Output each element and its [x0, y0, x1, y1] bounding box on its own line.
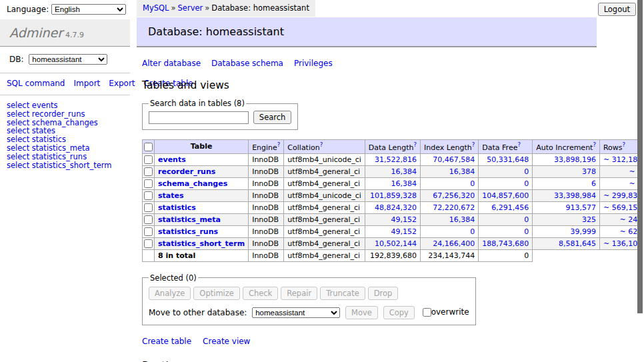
- sidebar-action-sql-command[interactable]: SQL command: [7, 79, 65, 88]
- table-link-states[interactable]: states: [158, 191, 184, 200]
- optimize-button[interactable]: Optimize: [193, 287, 240, 300]
- row-checkbox[interactable]: [144, 155, 153, 164]
- link-create-table[interactable]: Create table: [142, 337, 191, 346]
- value-cell: 31,522,816: [365, 153, 420, 165]
- help-link[interactable]: ?: [593, 141, 596, 148]
- value-link[interactable]: ~ 136,108: [603, 239, 642, 248]
- value-link[interactable]: ~ 5: [603, 167, 642, 176]
- value-link[interactable]: 31,522,816: [369, 155, 417, 164]
- sidebar-select-events[interactable]: select events: [7, 101, 130, 110]
- move-db-select[interactable]: homeassistant: [252, 307, 340, 318]
- value-link[interactable]: 8,581,645: [536, 239, 596, 248]
- help-link[interactable]: ?: [517, 141, 521, 148]
- help-link[interactable]: ?: [277, 141, 281, 148]
- value-link[interactable]: 16,384: [369, 179, 417, 188]
- table-link-recorder_runs[interactable]: recorder_runs: [158, 167, 215, 176]
- search-input[interactable]: [149, 111, 249, 124]
- value-link[interactable]: 16,384: [424, 215, 475, 224]
- repair-button[interactable]: Repair: [281, 287, 317, 300]
- value-link[interactable]: 72,220,672: [424, 203, 475, 212]
- link-privileges[interactable]: Privileges: [294, 59, 333, 68]
- value-link[interactable]: 48,824,320: [369, 203, 417, 212]
- value-link[interactable]: 16,384: [369, 167, 417, 176]
- logout-button[interactable]: Logout: [598, 3, 636, 16]
- table-link-schema_changes[interactable]: schema_changes: [158, 179, 227, 188]
- value-link[interactable]: 49,152: [369, 215, 417, 224]
- vertical-scrollbar[interactable]: [637, 0, 644, 362]
- row-checkbox[interactable]: [144, 239, 153, 248]
- value-link[interactable]: 70,467,584: [424, 155, 475, 164]
- row-checkbox[interactable]: [144, 215, 153, 224]
- sidebar-select-recorder_runs[interactable]: select recorder_runs: [7, 110, 130, 119]
- value-link[interactable]: 325: [536, 215, 596, 224]
- value-link[interactable]: 913,577: [536, 203, 596, 212]
- sidebar-select-statistics_runs[interactable]: select statistics_runs: [7, 153, 130, 161]
- value-link[interactable]: ~ 299,833: [603, 191, 642, 200]
- app-name: Adminer: [9, 25, 63, 40]
- table-link-statistics_short_term[interactable]: statistics_short_term: [158, 239, 245, 248]
- table-link-statistics_meta[interactable]: statistics_meta: [158, 215, 221, 224]
- link-create-view[interactable]: Create view: [203, 337, 250, 346]
- value-link[interactable]: 0: [482, 215, 529, 224]
- select-all-checkbox[interactable]: [144, 143, 153, 151]
- value-link[interactable]: 6,291,456: [482, 203, 529, 212]
- value-link[interactable]: 0: [482, 167, 529, 176]
- value-link[interactable]: 101,859,328: [369, 191, 417, 200]
- value-cell: 24,166,400: [421, 237, 479, 249]
- value-cell: 101,859,328: [365, 189, 420, 201]
- overwrite-checkbox[interactable]: [423, 308, 431, 317]
- breadcrumb-mysql[interactable]: MySQL: [143, 3, 169, 13]
- value-link[interactable]: 188,743,680: [482, 239, 529, 248]
- value-link[interactable]: ~ 628: [603, 227, 642, 236]
- row-checkbox[interactable]: [144, 203, 153, 212]
- sidebar-action-import[interactable]: Import: [73, 79, 100, 88]
- value-link[interactable]: 0: [482, 227, 529, 236]
- link-database-schema[interactable]: Database schema: [211, 59, 283, 68]
- value-link[interactable]: 24,166,400: [424, 239, 475, 248]
- help-link[interactable]: ?: [414, 141, 417, 148]
- help-link[interactable]: ?: [472, 141, 475, 148]
- value-link[interactable]: 10,502,144: [369, 239, 417, 248]
- value-link[interactable]: 0: [482, 179, 529, 188]
- breadcrumb-server[interactable]: Server: [178, 3, 203, 13]
- move-button[interactable]: Move: [345, 306, 378, 319]
- value-link[interactable]: 16,384: [424, 167, 475, 176]
- sidebar-select-statistics_short_term[interactable]: select statistics_short_term: [7, 161, 130, 170]
- drop-button[interactable]: Drop: [368, 287, 399, 300]
- search-button[interactable]: Search: [253, 111, 292, 124]
- db-select[interactable]: homeassistant: [29, 54, 107, 65]
- value-link[interactable]: ~ 244: [603, 215, 642, 224]
- value-link[interactable]: ~ 569,159: [603, 203, 642, 212]
- value-link[interactable]: 39,999: [536, 227, 596, 236]
- value-link[interactable]: 6: [536, 179, 596, 188]
- value-link[interactable]: ~ 312,180: [603, 155, 642, 164]
- language-select[interactable]: English: [51, 4, 126, 15]
- table-link-events[interactable]: events: [158, 155, 186, 164]
- value-link[interactable]: ~ 3: [603, 179, 642, 188]
- value-link[interactable]: 104,857,600: [482, 191, 529, 200]
- link-alter-database[interactable]: Alter database: [142, 59, 201, 68]
- sidebar-select-statistics_meta[interactable]: select statistics_meta: [7, 144, 130, 153]
- copy-button[interactable]: Copy: [383, 306, 415, 319]
- help-link[interactable]: ?: [320, 141, 323, 148]
- row-checkbox[interactable]: [144, 191, 153, 200]
- sidebar-action-export[interactable]: Export: [109, 79, 135, 88]
- value-link[interactable]: 0: [424, 227, 475, 236]
- table-link-statistics_runs[interactable]: statistics_runs: [158, 227, 218, 236]
- row-checkbox[interactable]: [144, 227, 153, 236]
- analyze-button[interactable]: Analyze: [149, 287, 191, 300]
- row-checkbox[interactable]: [144, 167, 153, 176]
- scrollbar-thumb[interactable]: [637, 0, 643, 313]
- value-link[interactable]: 33,898,196: [536, 155, 596, 164]
- row-checkbox[interactable]: [144, 179, 153, 188]
- help-link[interactable]: ?: [623, 141, 626, 148]
- value-link[interactable]: 0: [424, 179, 475, 188]
- value-link[interactable]: 33,398,984: [536, 191, 596, 200]
- value-link[interactable]: 49,152: [369, 227, 417, 236]
- value-link[interactable]: 67,256,320: [424, 191, 475, 200]
- value-link[interactable]: 378: [536, 167, 596, 176]
- table-link-statistics[interactable]: statistics: [158, 203, 196, 212]
- truncate-button[interactable]: Truncate: [320, 287, 365, 300]
- check-button[interactable]: Check: [243, 287, 278, 300]
- value-link[interactable]: 50,331,648: [482, 155, 529, 164]
